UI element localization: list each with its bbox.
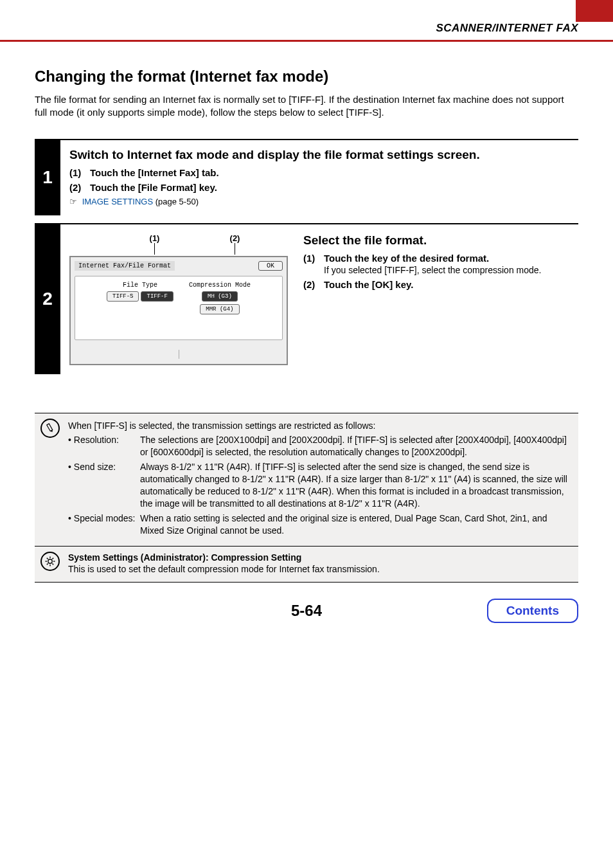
step-1-title: Switch to Internet fax mode and display …	[69, 148, 569, 162]
tiff-f-button[interactable]: TIFF-F	[141, 291, 173, 302]
settings-icon	[40, 552, 60, 571]
section-header-text: SCANNER/INTERNET FAX	[436, 22, 578, 35]
admin-title: System Settings (Administrator): Compres…	[68, 552, 572, 564]
page-title: Changing the format (Internet fax mode)	[35, 68, 578, 86]
ok-button[interactable]: OK	[258, 261, 283, 271]
callout-2-label: (2)	[230, 233, 240, 243]
note-box: When [TIFF-S] is selected, the transmiss…	[35, 413, 578, 547]
svg-line-9	[47, 563, 48, 565]
step-2-title: Select the file format.	[303, 233, 569, 248]
svg-point-2	[48, 559, 52, 563]
control-panel: Internet Fax/File Format OK File Type TI…	[69, 256, 288, 365]
svg-line-8	[52, 563, 53, 565]
note-row-send-size: • Send size: Always 8-1/2" x 11"R (A4R).…	[68, 461, 572, 510]
step-2-number: 2	[35, 224, 60, 374]
admin-box: System Settings (Administrator): Compres…	[35, 547, 578, 583]
step-1-number: 1	[35, 140, 60, 215]
compression-mode-label: Compression Mode	[189, 282, 251, 289]
svg-line-10	[52, 557, 53, 559]
pointer-icon: ☞	[69, 197, 77, 206]
panel-title: Internet Fax/File Format	[75, 261, 175, 271]
note-row-special-modes: • Special modes: When a ratio setting is…	[68, 512, 572, 537]
intro-paragraph: The file format for sending an Internet …	[35, 93, 578, 120]
svg-rect-0	[47, 423, 53, 431]
tiff-s-button[interactable]: TIFF-S	[107, 291, 139, 302]
section-header: SCANNER/INTERNET FAX	[0, 22, 613, 42]
step-1: 1 Switch to Internet fax mode and displa…	[35, 139, 578, 215]
step-2-item-1: (1) Touch the key of the desired format.…	[303, 253, 569, 275]
step-1-item-1: (1) Touch the [Internet Fax] tab.	[69, 167, 569, 178]
cross-reference[interactable]: ☞ IMAGE SETTINGS (page 5-50)	[69, 197, 569, 206]
note-row-resolution: • Resolution: The selections are [200X10…	[68, 434, 572, 458]
xref-link-text: IMAGE SETTINGS	[82, 197, 154, 206]
step-1-item-2: (2) Touch the [File Format] key.	[69, 182, 569, 193]
scroll-indicator	[179, 350, 179, 359]
top-color-tab	[0, 0, 613, 22]
page-number: 5-64	[291, 602, 322, 620]
note-intro: When [TIFF-S] is selected, the transmiss…	[68, 420, 572, 432]
xref-page-ref: (page 5-50)	[153, 197, 199, 206]
mh-g3-button[interactable]: MH (G3)	[202, 291, 238, 302]
admin-description: This is used to set the default compress…	[68, 563, 572, 575]
step-2-item-1-sub: If you selected [TIFF-F], select the com…	[324, 265, 541, 275]
mmr-g4-button[interactable]: MMR (G4)	[200, 304, 239, 314]
svg-line-7	[47, 557, 48, 559]
footer: 5-64 Contents	[0, 583, 613, 639]
step-2-item-2: (2) Touch the [OK] key.	[303, 279, 569, 290]
callout-1-label: (1)	[150, 233, 160, 243]
contents-button[interactable]: Contents	[487, 599, 578, 623]
note-icon	[40, 419, 60, 438]
file-type-label: File Type	[123, 282, 157, 289]
step-2: 2 (1) (2) Internet Fax/File Format	[35, 223, 578, 374]
